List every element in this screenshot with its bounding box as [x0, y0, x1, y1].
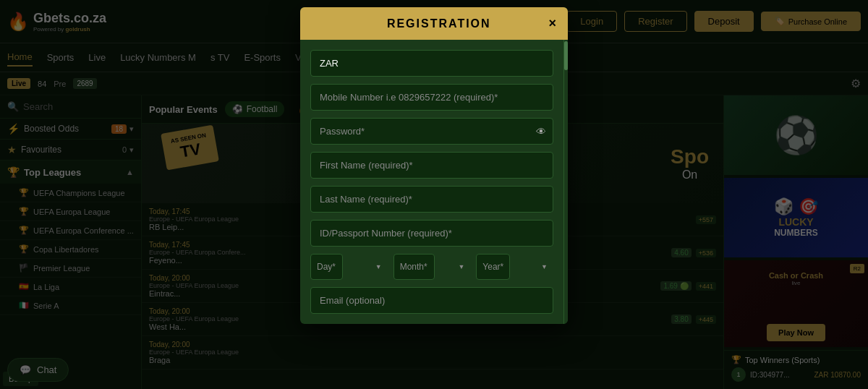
- modal-body: 👁 Day* Month*: [300, 40, 563, 324]
- day-select[interactable]: Day*: [310, 254, 343, 280]
- scroll-thumb[interactable]: [564, 41, 568, 70]
- year-select[interactable]: Year*: [476, 254, 510, 280]
- day-select-wrapper: Day*: [310, 254, 388, 280]
- id-passport-field[interactable]: [310, 220, 553, 247]
- modal-title: REGISTRATION: [329, 17, 548, 30]
- password-field-wrapper: 👁: [310, 118, 553, 145]
- month-select-wrapper: Month*: [393, 254, 471, 280]
- last-name-field[interactable]: [310, 186, 553, 213]
- registration-modal: REGISTRATION × 👁: [300, 7, 568, 324]
- mobile-field[interactable]: [310, 84, 553, 111]
- dob-row: Day* Month* Year*: [310, 254, 553, 280]
- modal-overlay[interactable]: REGISTRATION × 👁: [0, 0, 868, 389]
- month-select[interactable]: Month*: [393, 254, 435, 280]
- modal-header: REGISTRATION ×: [300, 7, 568, 40]
- first-name-field[interactable]: [310, 152, 553, 179]
- password-field[interactable]: [310, 118, 553, 145]
- modal-close-button[interactable]: ×: [548, 16, 556, 31]
- eye-icon[interactable]: 👁: [536, 126, 546, 137]
- year-select-wrapper: Year*: [476, 254, 553, 280]
- email-field[interactable]: [310, 287, 553, 314]
- modal-scrollbar[interactable]: [563, 40, 568, 324]
- currency-field[interactable]: [310, 50, 553, 77]
